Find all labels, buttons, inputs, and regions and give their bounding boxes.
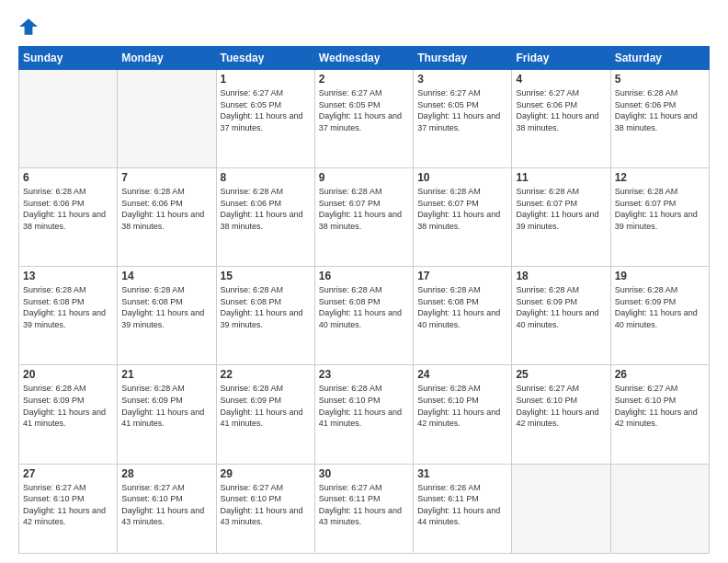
day-info: Sunrise: 6:28 AM Sunset: 6:06 PM Dayligh… [121, 186, 211, 232]
day-number: 28 [121, 467, 211, 480]
day-number: 9 [319, 171, 409, 184]
day-info: Sunrise: 6:28 AM Sunset: 6:07 PM Dayligh… [417, 186, 507, 232]
day-number: 7 [121, 171, 211, 184]
day-number: 21 [121, 368, 211, 381]
logo [18, 17, 41, 37]
day-info: Sunrise: 6:27 AM Sunset: 6:06 PM Dayligh… [516, 87, 606, 133]
weekday-header-sunday: Sunday [19, 47, 118, 70]
weekday-header-thursday: Thursday [414, 47, 512, 70]
calendar-week-row: 20Sunrise: 6:28 AM Sunset: 6:09 PM Dayli… [19, 365, 710, 464]
calendar-cell: 20Sunrise: 6:28 AM Sunset: 6:09 PM Dayli… [19, 365, 118, 464]
day-number: 22 [221, 368, 311, 381]
day-number: 26 [615, 368, 705, 381]
day-info: Sunrise: 6:27 AM Sunset: 6:11 PM Dayligh… [319, 482, 409, 528]
calendar-week-row: 27Sunrise: 6:27 AM Sunset: 6:10 PM Dayli… [19, 464, 710, 553]
day-number: 23 [319, 368, 409, 381]
day-info: Sunrise: 6:27 AM Sunset: 6:05 PM Dayligh… [319, 87, 409, 133]
day-number: 8 [221, 171, 311, 184]
day-info: Sunrise: 6:28 AM Sunset: 6:09 PM Dayligh… [516, 284, 606, 330]
weekday-header-wednesday: Wednesday [314, 47, 413, 70]
day-info: Sunrise: 6:28 AM Sunset: 6:10 PM Dayligh… [417, 383, 507, 429]
day-info: Sunrise: 6:28 AM Sunset: 6:09 PM Dayligh… [121, 383, 211, 429]
calendar-cell: 29Sunrise: 6:27 AM Sunset: 6:10 PM Dayli… [216, 464, 314, 553]
calendar-cell: 22Sunrise: 6:28 AM Sunset: 6:09 PM Dayli… [216, 365, 314, 464]
day-number: 31 [417, 467, 507, 480]
calendar-week-row: 13Sunrise: 6:28 AM Sunset: 6:08 PM Dayli… [19, 267, 710, 365]
day-number: 4 [516, 73, 606, 86]
calendar-cell: 10Sunrise: 6:28 AM Sunset: 6:07 PM Dayli… [414, 168, 512, 267]
day-number: 29 [221, 467, 311, 480]
calendar-cell: 30Sunrise: 6:27 AM Sunset: 6:11 PM Dayli… [314, 464, 413, 553]
day-info: Sunrise: 6:28 AM Sunset: 6:07 PM Dayligh… [516, 186, 606, 232]
day-number: 19 [615, 270, 705, 282]
calendar-cell: 14Sunrise: 6:28 AM Sunset: 6:08 PM Dayli… [118, 267, 216, 365]
calendar-cell: 31Sunrise: 6:26 AM Sunset: 6:11 PM Dayli… [414, 464, 512, 553]
day-info: Sunrise: 6:28 AM Sunset: 6:08 PM Dayligh… [221, 284, 311, 330]
day-number: 16 [319, 270, 409, 282]
day-info: Sunrise: 6:27 AM Sunset: 6:10 PM Dayligh… [516, 383, 606, 429]
weekday-header-tuesday: Tuesday [216, 47, 314, 70]
calendar-cell: 7Sunrise: 6:28 AM Sunset: 6:06 PM Daylig… [118, 168, 216, 267]
day-info: Sunrise: 6:26 AM Sunset: 6:11 PM Dayligh… [417, 482, 507, 528]
day-info: Sunrise: 6:27 AM Sunset: 6:05 PM Dayligh… [221, 87, 311, 133]
day-number: 1 [221, 73, 311, 86]
day-number: 10 [417, 171, 507, 184]
header [18, 17, 710, 37]
calendar-cell: 2Sunrise: 6:27 AM Sunset: 6:05 PM Daylig… [314, 70, 413, 168]
calendar-cell: 19Sunrise: 6:28 AM Sunset: 6:09 PM Dayli… [610, 267, 709, 365]
calendar-cell: 11Sunrise: 6:28 AM Sunset: 6:07 PM Dayli… [512, 168, 610, 267]
day-info: Sunrise: 6:27 AM Sunset: 6:10 PM Dayligh… [23, 482, 113, 528]
svg-marker-0 [19, 18, 38, 35]
calendar-cell: 23Sunrise: 6:28 AM Sunset: 6:10 PM Dayli… [314, 365, 413, 464]
calendar-cell: 25Sunrise: 6:27 AM Sunset: 6:10 PM Dayli… [512, 365, 610, 464]
calendar-cell: 26Sunrise: 6:27 AM Sunset: 6:10 PM Dayli… [610, 365, 709, 464]
day-info: Sunrise: 6:28 AM Sunset: 6:07 PM Dayligh… [615, 186, 705, 232]
day-info: Sunrise: 6:27 AM Sunset: 6:10 PM Dayligh… [121, 482, 211, 528]
day-info: Sunrise: 6:28 AM Sunset: 6:08 PM Dayligh… [23, 284, 113, 330]
calendar-cell: 1Sunrise: 6:27 AM Sunset: 6:05 PM Daylig… [216, 70, 314, 168]
day-info: Sunrise: 6:28 AM Sunset: 6:10 PM Dayligh… [319, 383, 409, 429]
calendar-cell: 27Sunrise: 6:27 AM Sunset: 6:10 PM Dayli… [19, 464, 118, 553]
calendar-header-row: SundayMondayTuesdayWednesdayThursdayFrid… [19, 47, 710, 70]
calendar-week-row: 1Sunrise: 6:27 AM Sunset: 6:05 PM Daylig… [19, 70, 710, 168]
day-info: Sunrise: 6:28 AM Sunset: 6:09 PM Dayligh… [615, 284, 705, 330]
day-number: 18 [516, 270, 606, 282]
day-info: Sunrise: 6:28 AM Sunset: 6:06 PM Dayligh… [615, 87, 705, 133]
calendar-cell: 15Sunrise: 6:28 AM Sunset: 6:08 PM Dayli… [216, 267, 314, 365]
day-number: 17 [417, 270, 507, 282]
calendar-cell: 17Sunrise: 6:28 AM Sunset: 6:08 PM Dayli… [414, 267, 512, 365]
calendar-cell: 24Sunrise: 6:28 AM Sunset: 6:10 PM Dayli… [414, 365, 512, 464]
day-number: 13 [23, 270, 113, 282]
calendar-cell: 18Sunrise: 6:28 AM Sunset: 6:09 PM Dayli… [512, 267, 610, 365]
day-number: 27 [23, 467, 113, 480]
calendar-cell [512, 464, 610, 553]
day-info: Sunrise: 6:28 AM Sunset: 6:09 PM Dayligh… [221, 383, 311, 429]
day-number: 11 [516, 171, 606, 184]
day-number: 5 [615, 73, 705, 86]
calendar-cell: 9Sunrise: 6:28 AM Sunset: 6:07 PM Daylig… [314, 168, 413, 267]
calendar-cell [19, 70, 118, 168]
calendar-cell: 3Sunrise: 6:27 AM Sunset: 6:05 PM Daylig… [414, 70, 512, 168]
day-info: Sunrise: 6:28 AM Sunset: 6:07 PM Dayligh… [319, 186, 409, 232]
calendar-cell: 16Sunrise: 6:28 AM Sunset: 6:08 PM Dayli… [314, 267, 413, 365]
day-info: Sunrise: 6:27 AM Sunset: 6:10 PM Dayligh… [221, 482, 311, 528]
calendar-table: SundayMondayTuesdayWednesdayThursdayFrid… [18, 46, 710, 554]
calendar-cell [118, 70, 216, 168]
day-number: 24 [417, 368, 507, 381]
day-number: 15 [221, 270, 311, 282]
calendar-cell [610, 464, 709, 553]
day-number: 2 [319, 73, 409, 86]
day-number: 3 [417, 73, 507, 86]
calendar-cell: 5Sunrise: 6:28 AM Sunset: 6:06 PM Daylig… [610, 70, 709, 168]
day-info: Sunrise: 6:27 AM Sunset: 6:10 PM Dayligh… [615, 383, 705, 429]
day-info: Sunrise: 6:28 AM Sunset: 6:09 PM Dayligh… [23, 383, 113, 429]
logo-icon [18, 17, 39, 37]
calendar-cell: 21Sunrise: 6:28 AM Sunset: 6:09 PM Dayli… [118, 365, 216, 464]
day-number: 12 [615, 171, 705, 184]
calendar-cell: 8Sunrise: 6:28 AM Sunset: 6:06 PM Daylig… [216, 168, 314, 267]
day-info: Sunrise: 6:28 AM Sunset: 6:06 PM Dayligh… [221, 186, 311, 232]
day-number: 6 [23, 171, 113, 184]
weekday-header-monday: Monday [118, 47, 216, 70]
weekday-header-saturday: Saturday [610, 47, 709, 70]
day-number: 14 [121, 270, 211, 282]
